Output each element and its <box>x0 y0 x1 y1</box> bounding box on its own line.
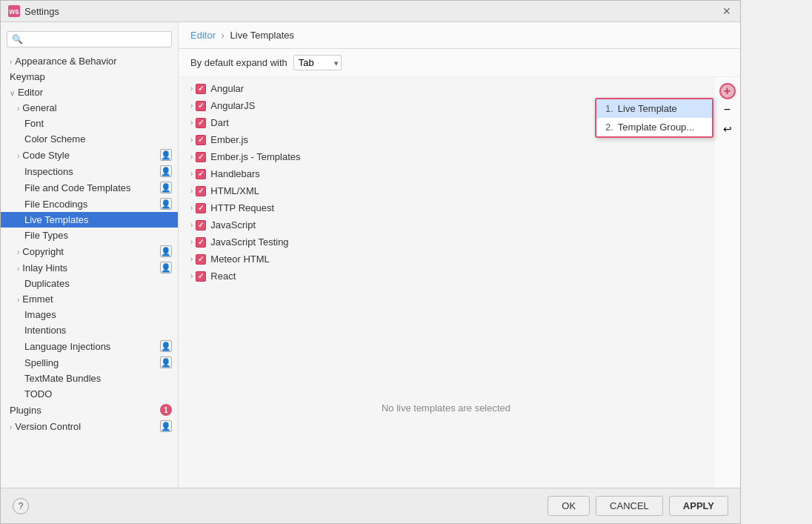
titlebar: ws Settings ✕ <box>1 1 740 22</box>
angular-checkbox[interactable] <box>196 84 206 94</box>
sidebar-item-font[interactable]: Font <box>1 116 178 131</box>
search-input[interactable] <box>7 31 172 47</box>
dropdown-item-template-group[interactable]: 2. Template Group... <box>596 118 712 136</box>
toolbar: By default expand with Tab Enter Space <box>179 49 740 77</box>
breadcrumb: Editor › Live Templates <box>179 22 740 49</box>
remove-button[interactable]: − <box>719 101 736 119</box>
javascript-testing-checkbox[interactable] <box>196 237 206 248</box>
window-title: Settings <box>24 6 59 17</box>
http-request-checkbox[interactable] <box>196 203 206 213</box>
file-code-templates-badge: 👤 <box>160 182 172 193</box>
help-button[interactable]: ? <box>13 498 29 514</box>
template-group-angular[interactable]: › Angular <box>179 80 713 97</box>
html-xml-checkbox[interactable] <box>196 186 206 196</box>
template-group-javascript[interactable]: › JavaScript <box>179 216 713 233</box>
template-group-emberjs-templates[interactable]: › Ember.js - Templates <box>179 148 713 165</box>
expand-select[interactable]: Tab Enter Space <box>293 55 342 70</box>
apply-button[interactable]: APPLY <box>669 496 728 516</box>
ok-button[interactable]: OK <box>548 496 590 516</box>
sidebar-item-plugins[interactable]: Plugins 1 <box>1 402 178 418</box>
sidebar-item-images[interactable]: Images <box>1 307 178 322</box>
template-group-html-xml[interactable]: › HTML/XML <box>179 182 713 199</box>
emberjs-templates-checkbox[interactable] <box>196 152 206 162</box>
code-style-badge: 👤 <box>160 149 172 161</box>
undo-button[interactable]: ↩ <box>719 120 736 138</box>
dropdown-item-live-template[interactable]: 1. Live Template <box>596 99 712 118</box>
template-group-handlebars[interactable]: › Handlebars <box>179 165 713 182</box>
template-list: › Angular › AngularJS › Dart <box>179 77 713 488</box>
no-selection-text: No live templates are selected <box>367 388 525 428</box>
javascript-checkbox[interactable] <box>196 220 206 231</box>
sidebar-item-intentions[interactable]: Intentions <box>1 322 178 338</box>
sidebar-item-file-code-templates[interactable]: File and Code Templates 👤 <box>1 179 178 196</box>
meteor-html-checkbox[interactable] <box>196 254 206 265</box>
content-area: ›Appearance & Behavior Keymap ∨Editor ›G… <box>1 22 740 488</box>
sidebar-item-version-control[interactable]: ›Version Control 👤 <box>1 418 178 434</box>
settings-window: ws Settings ✕ ›Appearance & Behavior Key… <box>0 0 741 524</box>
sidebar-item-editor[interactable]: ∨Editor <box>1 84 178 100</box>
file-encodings-badge: 👤 <box>160 198 172 210</box>
sidebar-item-emmet[interactable]: ›Emmet <box>1 291 178 307</box>
template-group-http-request[interactable]: › HTTP Request <box>179 199 713 216</box>
sidebar-item-textmate-bundles[interactable]: TextMate Bundles <box>1 371 178 386</box>
sidebar: ›Appearance & Behavior Keymap ∨Editor ›G… <box>1 22 179 488</box>
copyright-badge: 👤 <box>160 245 172 257</box>
sidebar-item-inlay-hints[interactable]: ›Inlay Hints 👤 <box>1 259 178 276</box>
sidebar-item-color-scheme[interactable]: Color Scheme <box>1 131 178 147</box>
template-group-javascript-testing[interactable]: › JavaScript Testing <box>179 233 713 251</box>
spelling-badge: 👤 <box>160 356 172 368</box>
template-group-meteor-html[interactable]: › Meteor HTML <box>179 251 713 268</box>
language-injections-badge: 👤 <box>160 340 172 352</box>
angularjs-checkbox[interactable] <box>196 101 206 111</box>
sidebar-item-code-style[interactable]: ›Code Style 👤 <box>1 147 178 163</box>
handlebars-checkbox[interactable] <box>196 169 206 179</box>
add-button[interactable]: + <box>719 83 736 99</box>
sidebar-item-spelling[interactable]: Spelling 👤 <box>1 354 178 371</box>
react-checkbox[interactable] <box>196 271 206 282</box>
action-panel: + − ↩ 1. Live Template 2. Template Group… <box>713 77 740 488</box>
main-panel: Editor › Live Templates By default expan… <box>179 22 740 488</box>
sidebar-item-copyright[interactable]: ›Copyright 👤 <box>1 243 178 259</box>
breadcrumb-separator: › <box>222 30 224 41</box>
inlay-hints-badge: 👤 <box>160 262 172 273</box>
close-button[interactable]: ✕ <box>721 5 733 17</box>
expand-select-wrapper: Tab Enter Space <box>293 55 342 70</box>
titlebar-left: ws Settings <box>8 5 59 17</box>
sidebar-item-file-encodings[interactable]: File Encodings 👤 <box>1 196 178 212</box>
dart-checkbox[interactable] <box>196 118 206 128</box>
sidebar-item-inspections[interactable]: Inspections 👤 <box>1 163 178 179</box>
sidebar-item-appearance[interactable]: ›Appearance & Behavior <box>1 53 178 69</box>
sidebar-item-general[interactable]: ›General <box>1 100 178 116</box>
sidebar-item-file-types[interactable]: File Types <box>1 228 178 243</box>
sidebar-item-live-templates[interactable]: Live Templates <box>1 212 178 228</box>
sidebar-item-duplicates[interactable]: Duplicates <box>1 276 178 291</box>
version-control-badge: 👤 <box>160 420 172 432</box>
sidebar-item-todo[interactable]: TODO <box>1 386 178 402</box>
sidebar-item-keymap[interactable]: Keymap <box>1 69 178 84</box>
template-group-react[interactable]: › React <box>179 268 713 285</box>
breadcrumb-current: Live Templates <box>230 30 294 41</box>
breadcrumb-parent[interactable]: Editor <box>190 30 216 41</box>
sidebar-item-language-injections[interactable]: Language Injections 👤 <box>1 338 178 354</box>
expand-label: By default expand with <box>190 57 287 68</box>
bottom-bar: ? OK CANCEL APPLY <box>1 488 740 523</box>
search-box <box>1 28 178 50</box>
plugins-badge: 1 <box>160 404 172 416</box>
cancel-button[interactable]: CANCEL <box>596 496 663 516</box>
emberjs-checkbox[interactable] <box>196 135 206 145</box>
inspections-badge: 👤 <box>160 165 172 177</box>
panel-body: › Angular › AngularJS › Dart <box>179 77 740 488</box>
ws-icon: ws <box>8 5 20 17</box>
dropdown-menu: 1. Live Template 2. Template Group... <box>595 98 713 138</box>
